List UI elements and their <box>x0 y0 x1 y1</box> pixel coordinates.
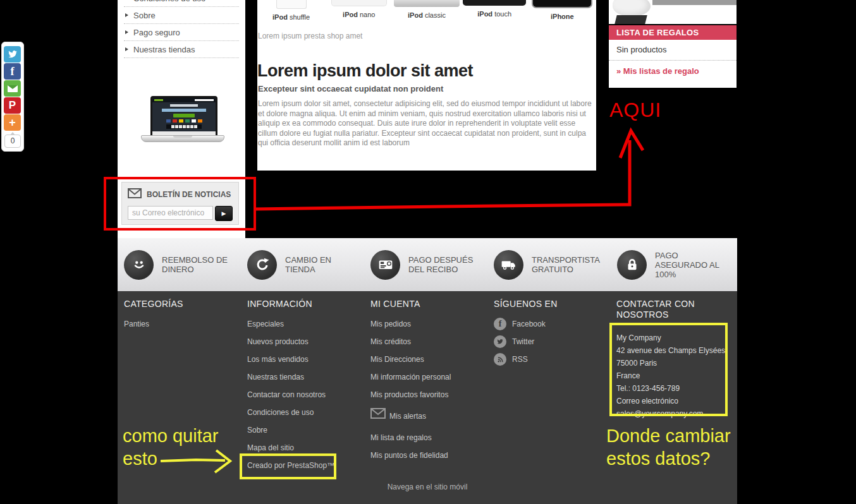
product-ipod-touch[interactable]: iPod touch <box>461 0 529 21</box>
red-arrow-head <box>620 131 643 158</box>
footer-link-lista-regalos[interactable]: Mi lista de regalos <box>370 429 487 447</box>
footer-link-especiales[interactable]: Especiales <box>247 315 364 333</box>
product-ipod-shuffle[interactable]: iPod shuffle <box>257 0 325 21</box>
footer-header-categories: CATEGORÍAS <box>124 299 241 309</box>
main-content: iPod shuffle iPod nano iPod classic iPod… <box>257 0 596 171</box>
footer-link-twitter[interactable]: Twitter <box>494 333 611 351</box>
ipod-nano-image <box>331 0 387 6</box>
newsletter-submit-button[interactable]: ▶ <box>215 206 233 221</box>
ipod-shuffle-image <box>276 0 307 9</box>
footer-link-prestashop-credit[interactable]: Creado por PrestaShop™ <box>247 457 364 474</box>
footer-col-categories: CATEGORÍAS Panties <box>124 291 241 333</box>
rss-icon <box>494 353 506 366</box>
footer-col-contact: CONTACTAR CON NOSOTROS My Company 42 ave… <box>616 291 730 420</box>
footer-link-mi-informacion[interactable]: Mi información personal <box>370 368 487 386</box>
facebook-icon: f <box>494 318 506 330</box>
footer-link-facebook[interactable]: fFacebook <box>494 315 611 333</box>
gift-list-block: Sin productos » Mis listas de regalo <box>609 40 737 88</box>
lock-icon <box>617 250 647 280</box>
footer-header-contact: CONTACTAR CON NOSOTROS <box>616 299 718 320</box>
advantage-free-shipping: TRANSPORTISTA GRATUITO <box>494 238 602 291</box>
envelope-icon <box>370 407 386 425</box>
divider <box>609 60 737 61</box>
contact-email-label: Correo electrónico <box>616 395 730 407</box>
product-ipod-classic[interactable]: iPod classic <box>393 0 460 21</box>
newsletter-block: BOLETÍN DE NOTICIAS ▶ <box>121 182 239 225</box>
footer-link-nuestras-tiendas[interactable]: Nuestras tiendas <box>247 368 364 386</box>
smiley-icon <box>124 250 154 280</box>
twitter-share-icon[interactable] <box>4 46 21 63</box>
footer-link-panties[interactable]: Panties <box>124 315 241 333</box>
refresh-icon <box>247 250 277 280</box>
advantage-exchange: CAMBIO EN TIENDA <box>247 238 356 291</box>
footer-link-mis-creditos[interactable]: Mis créditos <box>370 333 487 351</box>
contact-country: France <box>616 369 730 382</box>
footer-link-mis-pedidos[interactable]: Mis pedidos <box>370 315 487 333</box>
contact-address-block: My Company 42 avenue des Champs Elysées … <box>616 332 730 420</box>
ipod-touch-image <box>463 0 526 6</box>
mobile-site-link[interactable]: Navega en el sitio móvil <box>118 483 737 491</box>
footer-link-nuevos-productos[interactable]: Nuevos productos <box>247 333 364 351</box>
contact-phone: Tel.: 0123-456-789 <box>616 382 730 395</box>
share-widget: f P + 0 <box>1 42 24 152</box>
email-share-icon[interactable] <box>4 80 21 97</box>
gift-list-header: LISTA DE REGALOS <box>609 25 737 40</box>
sidebar-item-pago-seguro[interactable]: Pago seguro <box>124 24 239 41</box>
footer-link-mis-alertas[interactable]: Mis alertas <box>370 404 487 429</box>
gift-list-empty-text: Sin productos <box>616 45 667 54</box>
advantage-pay-later: PAGO DESPUÉS DEL RECIBO <box>370 238 479 291</box>
left-sidebar: Condiciones de uso Sobre Pago seguro Nue… <box>118 0 245 238</box>
twitter-icon <box>494 335 506 348</box>
sidebar-menu: Condiciones de uso Sobre Pago seguro Nue… <box>118 0 245 58</box>
envelope-icon <box>128 188 142 201</box>
brands-strip: iPod shuffle iPod nano iPod classic iPod… <box>257 0 596 21</box>
iphone-image <box>532 0 592 8</box>
prestashop-promo-image <box>141 96 223 152</box>
footer-link-mapa-sitio[interactable]: Mapa del sitio <box>247 439 364 457</box>
footer-link-rss[interactable]: RSS <box>494 351 611 368</box>
pinterest-share-icon[interactable]: P <box>4 97 21 114</box>
advantage-secure-payment: PAGO ASEGURADO AL 100% <box>617 238 726 291</box>
facebook-share-icon[interactable]: f <box>4 63 21 80</box>
contact-city: 75000 Paris <box>616 357 730 369</box>
person-photo <box>613 0 651 16</box>
product-ipod-nano[interactable]: iPod nano <box>325 0 393 21</box>
footer-header-information: INFORMACIÓN <box>247 299 364 309</box>
customer-photo-block <box>609 0 737 24</box>
footer-link-mas-vendidos[interactable]: Los más vendidos <box>247 351 364 368</box>
bullet-arrow-icon <box>125 13 128 17</box>
sidebar-item-condiciones[interactable]: Condiciones de uso <box>124 0 239 7</box>
footer-link-condiciones[interactable]: Condiciones de uso <box>247 404 364 421</box>
newsletter-email-input[interactable] <box>128 206 213 220</box>
page: f P + 0 Condiciones de uso Sobre Pago se… <box>0 0 856 504</box>
my-gift-lists-link[interactable]: » Mis listas de regalo <box>616 66 699 76</box>
footer-link-mis-direcciones[interactable]: Mis Direcciones <box>370 351 487 368</box>
contact-street: 42 avenue des Champs Elysées <box>616 344 730 357</box>
sidebar-item-sobre[interactable]: Sobre <box>124 7 239 24</box>
page-title: Lorem ipsum dolor sit amet <box>257 61 473 81</box>
editorial-tagline: Lorem ipsum presta shop amet <box>258 32 362 40</box>
gray-bar <box>652 0 737 5</box>
sidebar-item-nuestras-tiendas[interactable]: Nuestras tiendas <box>124 41 239 58</box>
advantage-refund: REEMBOLSO DE DINERO <box>124 238 233 291</box>
contact-email[interactable]: sales@yourcompany.com <box>616 407 730 420</box>
footer-header-account: MI CUENTA <box>370 299 487 309</box>
footer-link-productos-favoritos[interactable]: Mis productos favoritos <box>370 386 487 404</box>
footer-link-puntos-fidelidad[interactable]: Mis puntos de fidelidad <box>370 447 487 464</box>
footer-col-information: INFORMACIÓN Especiales Nuevos productos … <box>247 291 364 474</box>
footer: CATEGORÍAS Panties INFORMACIÓN Especiale… <box>118 291 737 504</box>
newsletter-title: BOLETÍN DE NOTICIAS <box>147 190 231 199</box>
editorial-subheading: Excepteur sint occaecat cupidatat non pr… <box>258 84 443 93</box>
truck-icon <box>494 250 523 280</box>
product-iphone[interactable]: iPhone <box>529 0 596 21</box>
footer-link-sobre[interactable]: Sobre <box>247 421 364 439</box>
ipod-classic-image <box>394 0 460 7</box>
editorial-body: Lorem ipsum dolor sit amet, consectetur … <box>258 99 593 148</box>
contact-company: My Company <box>616 332 730 344</box>
footer-header-follow: SÍGUENOS EN <box>494 299 611 309</box>
footer-link-contactar[interactable]: Contactar con nosotros <box>247 386 364 404</box>
share-count: 0 <box>4 135 21 148</box>
play-arrow-icon: ▶ <box>222 210 226 217</box>
footer-col-account: MI CUENTA Mis pedidos Mis créditos Mis D… <box>370 291 487 464</box>
googleplus-share-icon[interactable]: + <box>4 114 21 131</box>
